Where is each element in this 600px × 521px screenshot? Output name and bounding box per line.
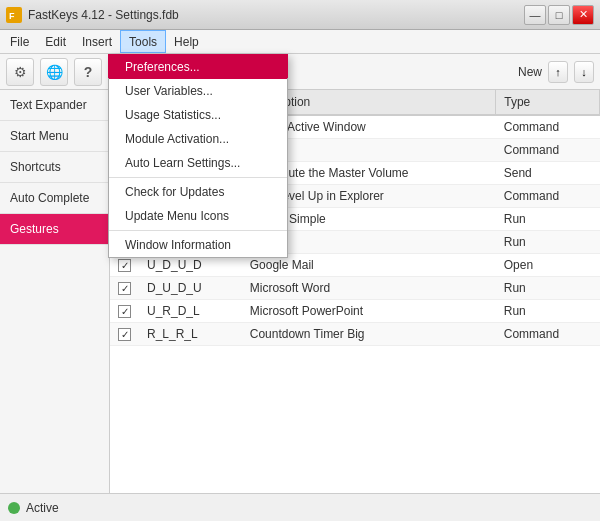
type-cell: Run (496, 300, 600, 323)
table-row: ✓ D_U_D_U Microsoft Word Run (110, 277, 600, 300)
menu-preferences[interactable]: Preferences... (109, 55, 287, 79)
arrow-down-button[interactable]: ↓ (574, 61, 594, 83)
close-button[interactable]: ✕ (572, 5, 594, 25)
dropdown-separator-1 (109, 177, 287, 178)
svg-text:F: F (9, 11, 15, 21)
title-bar-buttons: — □ ✕ (524, 5, 594, 25)
sidebar-item-shortcuts[interactable]: Shortcuts (0, 152, 109, 183)
menu-check-updates[interactable]: Check for Updates (109, 180, 287, 204)
row-checkbox[interactable]: ✓ (118, 282, 131, 295)
menu-help[interactable]: Help (166, 30, 207, 53)
toolbar: ⚙ 🌐 ? New ↑ ↓ (0, 54, 600, 90)
menu-file[interactable]: File (2, 30, 37, 53)
menu-usage-statistics[interactable]: Usage Statistics... (109, 103, 287, 127)
type-cell: Command (496, 139, 600, 162)
menu-insert[interactable]: Insert (74, 30, 120, 53)
tools-dropdown-menu[interactable]: Preferences... User Variables... Usage S… (108, 54, 288, 258)
gesture-cell: D_U_D_U (139, 277, 242, 300)
title-bar-left: F FastKeys 4.12 - Settings.fdb (6, 7, 179, 23)
status-dot (8, 502, 20, 514)
type-cell: Open (496, 254, 600, 277)
globe-icon[interactable]: 🌐 (40, 58, 68, 86)
menu-module-activation[interactable]: Module Activation... (109, 127, 287, 151)
maximize-button[interactable]: □ (548, 5, 570, 25)
gesture-cell: R_L_R_L (139, 323, 242, 346)
sidebar-item-text-expander[interactable]: Text Expander (0, 90, 109, 121)
row-checkbox[interactable]: ✓ (118, 328, 131, 341)
help-icon[interactable]: ? (74, 58, 102, 86)
description-cell: Countdown Timer Big (242, 323, 496, 346)
new-label-group: New (518, 65, 542, 79)
row-checkbox[interactable]: ✓ (118, 305, 131, 318)
sidebar: Text Expander Start Menu Shortcuts Auto … (0, 90, 110, 493)
menu-tools[interactable]: Tools (120, 30, 166, 53)
menu-auto-learn[interactable]: Auto Learn Settings... (109, 151, 287, 175)
menu-window-info[interactable]: Window Information (109, 233, 287, 257)
menu-user-variables[interactable]: User Variables... (109, 79, 287, 103)
type-cell: Command (496, 185, 600, 208)
sidebar-item-start-menu[interactable]: Start Menu (0, 121, 109, 152)
menu-edit[interactable]: Edit (37, 30, 74, 53)
sidebar-item-auto-complete[interactable]: Auto Complete (0, 183, 109, 214)
table-row: ✓ R_L_R_L Countdown Timer Big Command (110, 323, 600, 346)
sidebar-item-gestures[interactable]: Gestures (0, 214, 109, 245)
new-label: New (518, 65, 542, 79)
type-cell: Run (496, 208, 600, 231)
type-cell: Command (496, 323, 600, 346)
dropdown-separator-2 (109, 230, 287, 231)
arrow-up-button[interactable]: ↑ (548, 61, 568, 83)
status-bar: Active (0, 493, 600, 521)
description-cell: Microsoft PowerPoint (242, 300, 496, 323)
app-icon: F (6, 7, 22, 23)
title-bar-text: FastKeys 4.12 - Settings.fdb (28, 8, 179, 22)
description-cell: Microsoft Word (242, 277, 496, 300)
type-cell: Run (496, 231, 600, 254)
menu-update-icons[interactable]: Update Menu Icons (109, 204, 287, 228)
minimize-button[interactable]: — (524, 5, 546, 25)
main-container: Text Expander Start Menu Shortcuts Auto … (0, 90, 600, 493)
row-checkbox[interactable]: ✓ (118, 259, 131, 272)
type-cell: Command (496, 115, 600, 139)
type-cell: Run (496, 277, 600, 300)
status-text: Active (26, 501, 59, 515)
table-row: ✓ U_R_D_L Microsoft PowerPoint Run (110, 300, 600, 323)
menu-bar: File Edit Insert Tools Help (0, 30, 600, 54)
gesture-cell: U_R_D_L (139, 300, 242, 323)
col-header-type: Type (496, 90, 600, 115)
title-bar: F FastKeys 4.12 - Settings.fdb — □ ✕ (0, 0, 600, 30)
type-cell: Send (496, 162, 600, 185)
gear-icon[interactable]: ⚙ (6, 58, 34, 86)
